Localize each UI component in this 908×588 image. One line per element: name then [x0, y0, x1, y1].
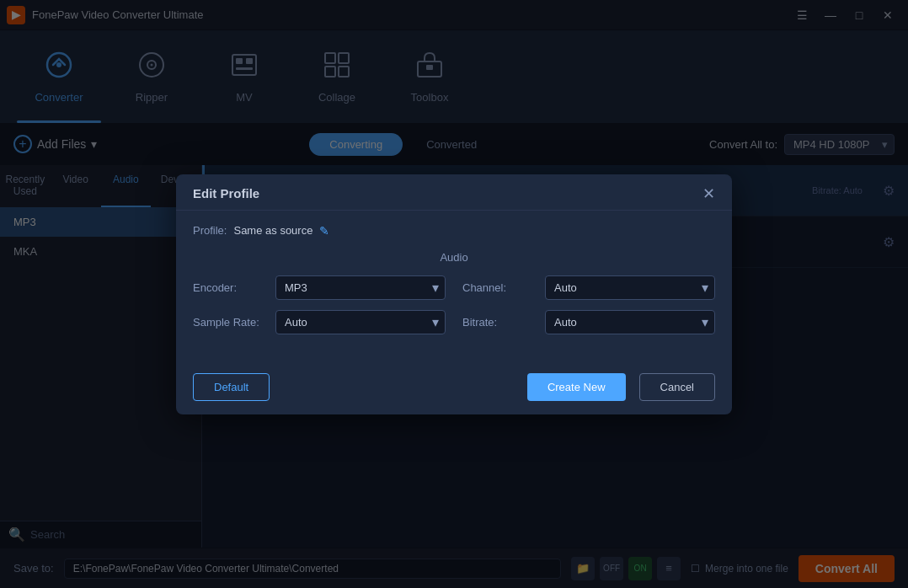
- encoder-row: Encoder: MP3AACFLACOGG: [193, 275, 446, 300]
- bitrate-select-wrap[interactable]: Auto128 kbps192 kbps320 kbps: [545, 310, 715, 334]
- channel-label: Channel:: [462, 281, 538, 294]
- modal-footer: Default Create New Cancel: [176, 365, 732, 414]
- sample-rate-select-wrap[interactable]: Auto44100 Hz48000 Hz22050 Hz: [275, 310, 446, 334]
- form-grid: Encoder: MP3AACFLACOGG Channel: AutoSter…: [193, 275, 715, 334]
- sample-rate-label: Sample Rate:: [193, 316, 269, 329]
- default-button[interactable]: Default: [193, 373, 270, 401]
- profile-label: Profile:: [193, 224, 227, 237]
- channel-select[interactable]: AutoStereoMono: [545, 275, 715, 300]
- sample-rate-select[interactable]: Auto44100 Hz48000 Hz22050 Hz: [275, 310, 446, 334]
- encoder-select[interactable]: MP3AACFLACOGG: [275, 275, 446, 300]
- create-new-button[interactable]: Create New: [527, 373, 626, 401]
- profile-row: Profile: Same as source ✎: [193, 224, 715, 238]
- modal-body: Profile: Same as source ✎ Audio Encoder:…: [176, 211, 732, 365]
- modal-close-button[interactable]: ✕: [702, 186, 715, 201]
- bitrate-select[interactable]: Auto128 kbps192 kbps320 kbps: [545, 310, 715, 334]
- modal-title: Edit Profile: [193, 186, 259, 200]
- encoder-select-wrap[interactable]: MP3AACFLACOGG: [275, 275, 446, 300]
- cancel-button[interactable]: Cancel: [639, 373, 715, 401]
- footer-right-buttons: Create New Cancel: [527, 373, 715, 401]
- channel-select-wrap[interactable]: AutoStereoMono: [545, 275, 715, 300]
- bitrate-label: Bitrate:: [462, 316, 538, 329]
- encoder-label: Encoder:: [193, 281, 269, 294]
- edit-profile-modal: Edit Profile ✕ Profile: Same as source ✎…: [176, 174, 732, 414]
- sample-rate-row: Sample Rate: Auto44100 Hz48000 Hz22050 H…: [193, 310, 446, 334]
- channel-row: Channel: AutoStereoMono: [462, 275, 715, 300]
- audio-section-title: Audio: [193, 251, 715, 264]
- bitrate-row: Bitrate: Auto128 kbps192 kbps320 kbps: [462, 310, 715, 334]
- profile-value: Same as source: [233, 224, 312, 237]
- edit-profile-icon[interactable]: ✎: [319, 224, 329, 238]
- modal-header: Edit Profile ✕: [176, 174, 732, 211]
- modal-overlay: Edit Profile ✕ Profile: Same as source ✎…: [0, 0, 908, 588]
